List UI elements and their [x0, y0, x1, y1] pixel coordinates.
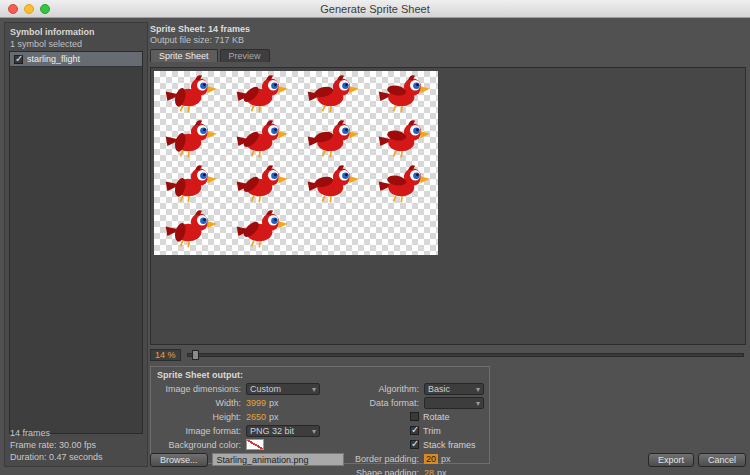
- close-button[interactable]: [8, 4, 18, 14]
- algorithm-value: Basic: [428, 384, 450, 394]
- shape-padding-unit: px: [437, 468, 447, 475]
- zoom-slider-thumb[interactable]: [192, 350, 199, 360]
- chevron-down-icon: [307, 384, 316, 394]
- filename-field[interactable]: Starling_animation.png: [212, 453, 344, 466]
- bird-sprite: [233, 164, 289, 204]
- sprite-frame: [154, 206, 225, 251]
- bird-sprite: [304, 74, 360, 114]
- stack-frames-label: Stack frames: [423, 440, 476, 450]
- animation-info: 14 frames Frame rate: 30.00 fps Duration…: [10, 427, 103, 463]
- bird-sprite: [375, 74, 431, 114]
- chevron-down-icon: [471, 384, 480, 394]
- sprite-frame: [296, 116, 367, 161]
- sprite-frame: [296, 71, 367, 116]
- sprite-frame: [367, 161, 438, 206]
- output-left-column: Image dimensions: Custom Width: 3999 px …: [155, 383, 341, 453]
- bird-sprite: [304, 119, 360, 159]
- symbol-info-heading: Symbol information: [10, 27, 142, 37]
- rotate-label: Rotate: [423, 412, 450, 422]
- sprite-grid: [154, 71, 438, 255]
- window-title: Generate Sprite Sheet: [0, 3, 750, 15]
- bird-sprite: [375, 119, 431, 159]
- rotate-checkbox[interactable]: [410, 412, 419, 421]
- width-value[interactable]: 3999: [246, 398, 266, 408]
- bird-sprite: [375, 164, 431, 204]
- height-label: Height:: [155, 412, 241, 422]
- symbol-checkbox[interactable]: [14, 55, 23, 64]
- zoom-slider[interactable]: [187, 353, 744, 357]
- chevron-down-icon: [471, 398, 480, 408]
- sprite-frame: [225, 206, 296, 251]
- sprite-frame: [225, 116, 296, 161]
- window-controls: [8, 4, 50, 14]
- image-dimensions-value: Custom: [250, 384, 281, 394]
- bird-sprite: [162, 119, 218, 159]
- main-panel: Sprite Sheet: 14 frames Output file size…: [150, 22, 746, 467]
- sprite-frame: [225, 71, 296, 116]
- symbol-name: starling_flight: [27, 54, 80, 64]
- bird-sprite: [162, 164, 218, 204]
- cancel-button[interactable]: Cancel: [698, 453, 746, 467]
- data-format-label: Data format:: [347, 398, 419, 408]
- shape-padding-label: Shape padding:: [347, 468, 419, 475]
- sheet-summary: Sprite Sheet: 14 frames: [150, 24, 746, 34]
- chevron-down-icon: [307, 426, 316, 436]
- tab-preview[interactable]: Preview: [220, 49, 270, 62]
- frame-rate-info: Frame rate: 30.00 fps: [10, 439, 103, 451]
- sprite-frame: [296, 161, 367, 206]
- sprite-frame: [154, 71, 225, 116]
- bird-sprite: [162, 209, 218, 249]
- sprite-frame: [225, 161, 296, 206]
- background-color-label: Background color:: [155, 440, 241, 450]
- export-button[interactable]: Export: [648, 453, 694, 467]
- duration-info: Duration: 0.47 seconds: [10, 451, 103, 463]
- sprite-frame: [154, 161, 225, 206]
- sprite-frame: [367, 71, 438, 116]
- image-format-select[interactable]: PNG 32 bit: [246, 425, 320, 437]
- sprite-frame: [154, 116, 225, 161]
- output-section-title: Sprite Sheet output:: [157, 370, 483, 380]
- maximize-button[interactable]: [40, 4, 50, 14]
- algorithm-label: Algorithm:: [347, 384, 419, 394]
- stack-frames-checkbox[interactable]: [410, 440, 419, 449]
- width-unit: px: [269, 398, 279, 408]
- sprite-sheet-output-group: Sprite Sheet output: Image dimensions: C…: [150, 366, 490, 464]
- preview-panel: [150, 67, 746, 345]
- symbol-row[interactable]: starling_flight: [10, 52, 142, 67]
- shape-padding-value[interactable]: 28: [424, 468, 434, 475]
- image-format-value: PNG 32 bit: [250, 426, 294, 436]
- width-label: Width:: [155, 398, 241, 408]
- symbol-info-panel: Symbol information 1 symbol selected sta…: [4, 22, 148, 467]
- bird-sprite: [233, 74, 289, 114]
- image-dimensions-label: Image dimensions:: [155, 384, 241, 394]
- tab-sprite-sheet[interactable]: Sprite Sheet: [150, 49, 218, 62]
- algorithm-select[interactable]: Basic: [424, 383, 484, 395]
- zoom-controls: 14 %: [150, 349, 746, 361]
- sprite-frame: [367, 116, 438, 161]
- image-format-label: Image format:: [155, 426, 241, 436]
- browse-button[interactable]: Browse...: [150, 453, 208, 467]
- output-file-size: Output file size: 717 KB: [150, 35, 746, 45]
- image-dimensions-select[interactable]: Custom: [246, 383, 320, 395]
- bird-sprite: [304, 164, 360, 204]
- dialog-footer: Browse... Starling_animation.png Export …: [150, 452, 746, 467]
- titlebar: Generate Sprite Sheet: [0, 0, 750, 18]
- bird-sprite: [162, 74, 218, 114]
- data-format-select[interactable]: [424, 397, 484, 409]
- minimize-button[interactable]: [24, 4, 34, 14]
- trim-label: Trim: [423, 426, 441, 436]
- tab-bar: Sprite Sheet Preview: [150, 49, 746, 62]
- symbol-selected-count: 1 symbol selected: [10, 39, 142, 49]
- symbol-list: starling_flight: [9, 51, 143, 434]
- height-unit: px: [269, 412, 279, 422]
- trim-checkbox[interactable]: [410, 426, 419, 435]
- zoom-value[interactable]: 14 %: [150, 349, 181, 361]
- bird-sprite: [233, 119, 289, 159]
- frames-info: 14 frames: [10, 427, 103, 439]
- bird-sprite: [233, 209, 289, 249]
- background-color-swatch[interactable]: [246, 439, 264, 450]
- height-value[interactable]: 2650: [246, 412, 266, 422]
